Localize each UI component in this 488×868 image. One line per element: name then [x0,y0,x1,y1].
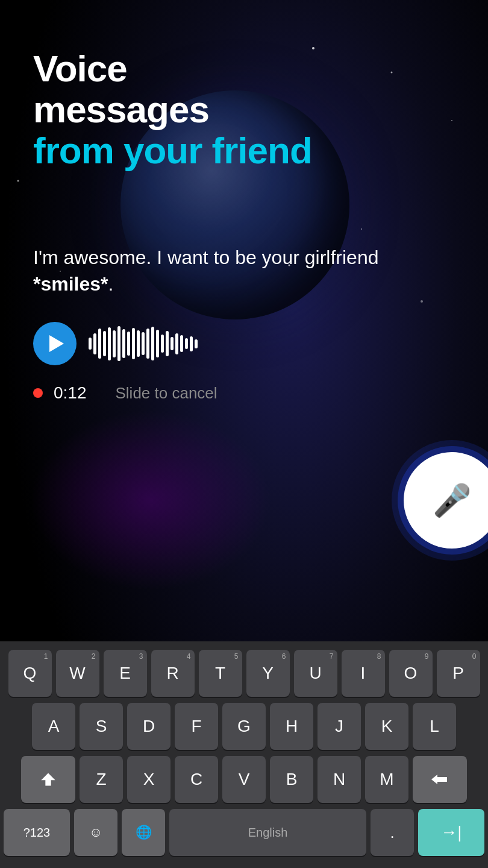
symbol-key[interactable]: ?123 [4,809,70,856]
keyboard-row-1: 1 Q 2 W 3 E 4 R 5 T 6 Y 7 U 8 I [4,650,484,697]
shift-icon [40,771,57,788]
recording-timer: 0:12 [54,383,87,403]
key-a[interactable]: A [32,703,75,750]
keyboard-row-4: ?123 ☺ 🌐 English . →| [4,809,484,856]
globe-icon: 🌐 [136,825,152,840]
message-block: I'm awesome. I want to be your girlfrien… [33,244,455,298]
keyboard-row-3: Z X C V B N M [4,756,484,803]
recording-bar: 0:12 Slide to cancel [33,383,455,403]
waveform [89,326,198,362]
mic-icon: 🎤 [433,482,472,519]
key-b[interactable]: B [270,756,313,803]
play-button[interactable] [33,322,77,365]
message-text-bold: *smiles* [33,273,108,295]
key-z[interactable]: Z [80,756,123,803]
emoji-key[interactable]: ☺ [74,809,117,856]
key-k[interactable]: K [365,703,408,750]
backspace-icon [430,772,449,787]
key-n[interactable]: N [318,756,361,803]
key-e[interactable]: 3 E [104,650,147,697]
message-text-end: . [108,273,114,295]
keyboard: 1 Q 2 W 3 E 4 R 5 T 6 Y 7 U 8 I [0,641,488,868]
key-o[interactable]: 9 O [389,650,433,697]
key-r[interactable]: 4 R [151,650,195,697]
key-m[interactable]: M [365,756,408,803]
key-p[interactable]: 0 P [437,650,480,697]
period-label: . [390,823,394,842]
key-d[interactable]: D [127,703,170,750]
key-v[interactable]: V [222,756,266,803]
headline-line3: from your friend [33,130,455,171]
key-j[interactable]: J [318,703,361,750]
key-y[interactable]: 6 Y [246,650,290,697]
shift-key[interactable] [21,756,75,803]
enter-icon: →| [440,823,461,842]
space-key[interactable]: English [169,809,366,856]
period-key[interactable]: . [371,809,414,856]
key-w[interactable]: 2 W [56,650,99,697]
backspace-key[interactable] [413,756,467,803]
headline-line1: Voice [33,48,127,89]
key-q[interactable]: 1 Q [8,650,52,697]
symbol-label: ?123 [23,826,51,840]
key-t[interactable]: 5 T [199,650,242,697]
content-area: Voice messages from your friend I'm awes… [0,0,488,542]
keyboard-row-2: A S D F G H J K L [4,703,484,750]
key-f[interactable]: F [175,703,218,750]
key-g[interactable]: G [222,703,266,750]
slide-cancel-text: Slide to cancel [116,384,217,403]
key-u[interactable]: 7 U [294,650,337,697]
headline-block: Voice messages from your friend [33,48,455,172]
key-c[interactable]: C [175,756,218,803]
key-x[interactable]: X [127,756,170,803]
play-icon [49,335,64,352]
key-s[interactable]: S [80,703,123,750]
key-l[interactable]: L [413,703,456,750]
key-h[interactable]: H [270,703,313,750]
enter-key[interactable]: →| [418,809,484,856]
key-i[interactable]: 8 I [342,650,385,697]
recording-dot [33,388,43,398]
headline-line2: messages [33,89,209,130]
audio-player [33,322,455,365]
globe-key[interactable]: 🌐 [122,809,165,856]
emoji-icon: ☺ [89,825,102,840]
message-text-plain: I'm awesome. I want to be your girlfrien… [33,247,378,268]
space-label: English [248,826,288,840]
